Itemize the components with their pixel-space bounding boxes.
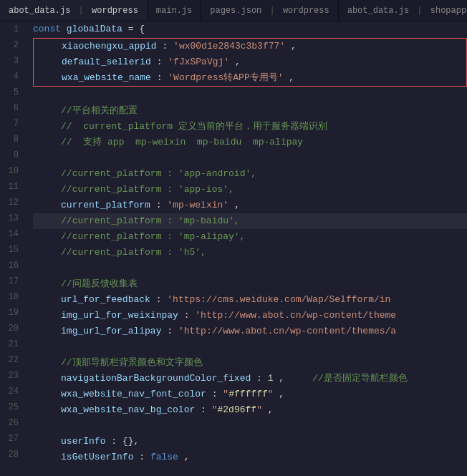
code-line-12: current_platform : 'mp-weixin' , bbox=[33, 198, 467, 213]
code-line-1: const globalData = { bbox=[33, 21, 467, 37]
code-line-17: //问题反馈收集表 bbox=[33, 276, 467, 292]
line-num-25: 25 bbox=[0, 399, 24, 415]
line-num-4: 4 bbox=[0, 69, 24, 84]
code-line-28: isGetUserInfo : false , bbox=[33, 450, 467, 465]
line-num-12: 12 bbox=[0, 195, 24, 210]
line-num-26: 26 bbox=[0, 415, 24, 431]
line-num-10: 10 bbox=[0, 163, 24, 179]
line-num-8: 8 bbox=[0, 132, 24, 147]
code-line-22: //顶部导航栏背景颜色和文字颜色 bbox=[33, 355, 467, 371]
code-line-5 bbox=[33, 87, 467, 103]
line-num-24: 24 bbox=[0, 384, 24, 399]
code-line-19: img_url_for_weixinpay : 'http://www.abot… bbox=[33, 308, 467, 324]
code-line-14: //current_platform : 'mp-alipay', bbox=[33, 229, 467, 245]
line-num-18: 18 bbox=[0, 289, 24, 305]
tab-abot-data-shopapp[interactable]: abot_data.js | shopapp bbox=[339, 0, 467, 21]
code-content[interactable]: const globalData = { xiaochengxu_appid :… bbox=[30, 21, 467, 476]
tab-project: shopapp bbox=[430, 6, 466, 16]
code-line-18: url_for_feedback : 'https://cms.weiduke.… bbox=[33, 292, 467, 308]
tab-main-js[interactable]: main.js bbox=[148, 0, 201, 21]
line-num-7: 7 bbox=[0, 116, 24, 132]
line-num-21: 21 bbox=[0, 336, 24, 352]
line-num-20: 20 bbox=[0, 321, 24, 336]
code-line-27: userInfo : {}, bbox=[33, 434, 467, 450]
tab-project: wordpress bbox=[283, 6, 329, 16]
tab-project: wordpress bbox=[92, 6, 138, 16]
line-num-19: 19 bbox=[0, 305, 24, 321]
line-num-2: 2 bbox=[0, 37, 24, 53]
line-num-3: 3 bbox=[0, 53, 24, 69]
tab-abot-data-wordpress[interactable]: abot_data.js | wordpress bbox=[0, 0, 148, 21]
line-num-16: 16 bbox=[0, 258, 24, 273]
line-num-15: 15 bbox=[0, 242, 24, 258]
line-num-6: 6 bbox=[0, 100, 24, 116]
highlight-block: xiaochengxu_appid : 'wx00d1e2843c3b3f77'… bbox=[33, 38, 467, 87]
line-num-17: 17 bbox=[0, 273, 24, 289]
code-line-24: wxa_website_nav_font_color : "#ffffff" , bbox=[33, 387, 467, 402]
line-num-28: 28 bbox=[0, 447, 24, 462]
line-num-1: 1 bbox=[0, 21, 24, 37]
code-line-10: //current_platform : 'app-android', bbox=[33, 166, 467, 182]
tab-pages-json[interactable]: pages.json | wordpress bbox=[201, 0, 338, 21]
code-line-25: wxa_website_nav_bg_color : "#2d96ff" , bbox=[33, 402, 467, 418]
line-numbers: 1 2 3 4 5 6 7 8 9 10 11 12 13 14 15 16 1… bbox=[0, 21, 30, 476]
code-line-16 bbox=[33, 261, 467, 276]
tab-label: main.js bbox=[156, 6, 192, 16]
code-line-9 bbox=[33, 150, 467, 166]
line-num-13: 13 bbox=[0, 210, 24, 226]
code-line-21 bbox=[33, 339, 467, 355]
line-num-11: 11 bbox=[0, 179, 24, 195]
code-line-11: //current_platform : 'app-ios', bbox=[33, 182, 467, 198]
code-line-8: // 支持 app mp-weixin mp-baidu mp-alipay bbox=[33, 135, 467, 150]
code-line-15: //current_platform : 'h5', bbox=[33, 245, 467, 261]
code-line-2: xiaochengxu_appid : 'wx00d1e2843c3b3f77'… bbox=[34, 39, 466, 54]
line-num-9: 9 bbox=[0, 147, 24, 163]
code-line-6: //平台相关的配置 bbox=[33, 103, 467, 119]
line-num-5: 5 bbox=[0, 84, 24, 100]
code-line-7: // current_platform 定义当前的平台，用于服务器端识别 bbox=[33, 119, 467, 135]
line-num-22: 22 bbox=[0, 352, 24, 368]
tab-label: abot_data.js bbox=[347, 6, 409, 16]
tab-bar: abot_data.js | wordpress main.js pages.j… bbox=[0, 0, 467, 21]
code-line-4: wxa_website_name : 'Wordpress转APP专用号' , bbox=[34, 70, 466, 86]
line-num-27: 27 bbox=[0, 431, 24, 447]
code-line-13: //current_platform : 'mp-baidu', bbox=[33, 213, 467, 229]
line-num-14: 14 bbox=[0, 226, 24, 242]
editor-area: 1 2 3 4 5 6 7 8 9 10 11 12 13 14 15 16 1… bbox=[0, 21, 467, 476]
code-line-20: img_url_for_alipay : 'http://www.abot.cn… bbox=[33, 324, 467, 339]
line-num-23: 23 bbox=[0, 368, 24, 384]
code-line-3: default_sellerid : 'fJxSPaVgj' , bbox=[34, 54, 466, 70]
code-line-23: navigationBarBackgroundColor_fixed : 1 ,… bbox=[33, 371, 467, 387]
tab-label: pages.json bbox=[210, 6, 261, 16]
code-line-26 bbox=[33, 418, 467, 434]
tab-label: abot_data.js bbox=[9, 6, 70, 16]
editor-container: abot_data.js | wordpress main.js pages.j… bbox=[0, 0, 467, 476]
